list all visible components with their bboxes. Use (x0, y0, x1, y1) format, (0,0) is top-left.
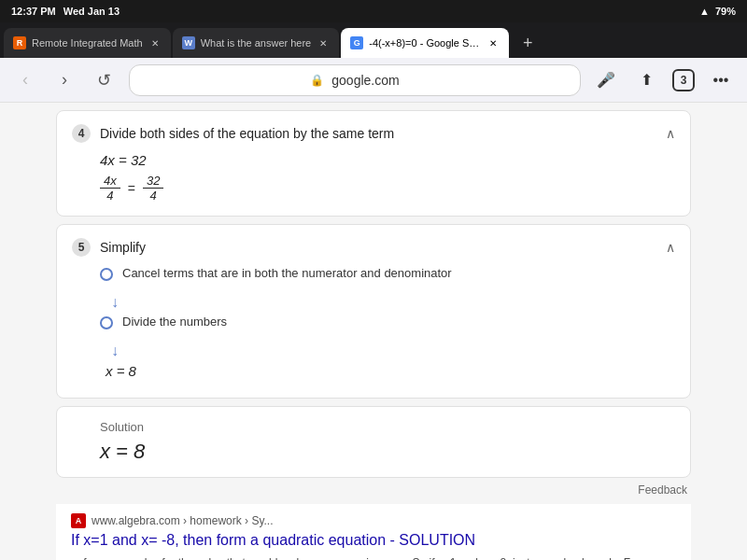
result-1-favicon: A (71, 513, 86, 528)
address-bar: ‹ › ↺ 🔒 google.com 🎤 ⬆ 3 ••• (0, 58, 747, 103)
right-numerator: 32 (143, 174, 163, 189)
status-left: 12:37 PM Wed Jan 13 (11, 6, 120, 17)
substep-1-dot (100, 268, 113, 281)
left-denominator: 4 (103, 189, 117, 203)
step-4-header: 4 Divide both sides of the equation by t… (72, 124, 675, 143)
step-5-result: x = 8 (106, 363, 675, 379)
solution-math: x = 8 (100, 440, 675, 464)
tab3-label: -4(-x+8)=0 - Google Sea... (369, 37, 481, 49)
tab3-favicon: G (350, 36, 363, 49)
forward-button[interactable]: › (50, 66, 78, 94)
solution-section: Solution x = 8 (56, 406, 691, 478)
battery: 79% (715, 6, 736, 17)
substep-1-text: Cancel terms that are in both the numera… (122, 266, 452, 280)
right-denominator: 4 (147, 189, 161, 203)
tab2-favicon: W (182, 36, 195, 49)
tab-3[interactable]: G -4(-x+8)=0 - Google Sea... ✕ (341, 28, 509, 58)
url-text: google.com (331, 73, 399, 88)
step-5-number: 5 (72, 238, 91, 257)
tab1-favicon: R (13, 36, 26, 49)
tab2-close[interactable]: ✕ (317, 36, 330, 49)
step-5-body: Cancel terms that are in both the numera… (72, 266, 675, 379)
step-5-title: Simplify (100, 240, 146, 255)
share-button[interactable]: ⬆ (631, 65, 661, 95)
tabs-count[interactable]: 3 (672, 69, 695, 91)
result-1-source: A www.algebra.com › homework › Sy... (71, 513, 676, 528)
substep-2-dot (100, 316, 113, 329)
time: 12:37 PM (11, 6, 56, 17)
feedback-text[interactable]: Feedback (638, 483, 687, 497)
more-button[interactable]: ••• (706, 65, 736, 95)
arrow-down-icon: ↓ (111, 294, 675, 311)
tab1-close[interactable]: ✕ (148, 36, 162, 49)
step-4-fraction: 4x 4 = 32 4 (100, 174, 675, 203)
lock-icon: 🔒 (310, 74, 324, 87)
feedback-row: Feedback (0, 482, 747, 504)
result-1-title[interactable]: If x=1 and x= -8, then form a quadratic … (71, 532, 676, 549)
step-4-line1: 4x = 32 (100, 152, 675, 168)
solution-label: Solution (100, 420, 675, 434)
step-4-card: 4 Divide both sides of the equation by t… (56, 110, 691, 217)
tab2-label: What is the answer here (201, 37, 312, 49)
equals-sign: = (128, 181, 135, 196)
left-fraction: 4x 4 (100, 174, 120, 203)
tab1-label: Remote Integrated Math (32, 37, 143, 49)
step-4-chevron[interactable]: ∧ (666, 126, 675, 141)
url-bar[interactable]: 🔒 google.com (129, 64, 581, 96)
result-1-source-text: www.algebra.com › homework › Sy... (92, 514, 274, 527)
status-right: ▲ 79% (699, 6, 736, 17)
left-numerator: 4x (100, 174, 120, 189)
mic-button[interactable]: 🎤 (592, 66, 620, 94)
tab-bar: R Remote Integrated Math ✕ W What is the… (0, 22, 747, 58)
result-1-snippet: ... for x, you solve for the value that … (71, 554, 676, 560)
step-4-header-left: 4 Divide both sides of the equation by t… (72, 124, 394, 143)
step-4-number: 4 (72, 124, 91, 143)
substep-2-text: Divide the numbers (122, 315, 227, 329)
right-fraction: 32 4 (143, 174, 163, 203)
tab3-close[interactable]: ✕ (486, 36, 500, 49)
step5-arrow-down-icon: ↓ (111, 343, 675, 359)
step-5-card: 5 Simplify ∧ Cancel terms that are in bo… (56, 224, 691, 399)
step5-arrow-connector: ↓ (100, 343, 675, 359)
new-tab-button[interactable]: + (514, 32, 541, 58)
step-4-title: Divide both sides of the equation by the… (100, 126, 394, 141)
wifi-icon: ▲ (699, 6, 710, 17)
date: Wed Jan 13 (63, 6, 120, 17)
step-5-chevron[interactable]: ∧ (666, 240, 675, 255)
reload-button[interactable]: ↺ (90, 66, 118, 94)
tab-2[interactable]: W What is the answer here ✕ (173, 28, 340, 58)
step-5-header-left: 5 Simplify (72, 238, 146, 257)
step-4-body: 4x = 32 4x 4 = 32 4 (72, 152, 675, 203)
substep-2: Divide the numbers (100, 315, 675, 329)
search-result-1: A www.algebra.com › homework › Sy... If … (56, 504, 691, 560)
tab-1[interactable]: R Remote Integrated Math ✕ (4, 28, 171, 58)
main-content: 4 Divide both sides of the equation by t… (0, 103, 747, 560)
step-5-header: 5 Simplify ∧ (72, 238, 675, 257)
substep-1: Cancel terms that are in both the numera… (100, 266, 675, 281)
back-button[interactable]: ‹ (11, 66, 39, 94)
status-bar: 12:37 PM Wed Jan 13 ▲ 79% (0, 0, 747, 22)
arrow-connector: ↓ (100, 294, 675, 311)
